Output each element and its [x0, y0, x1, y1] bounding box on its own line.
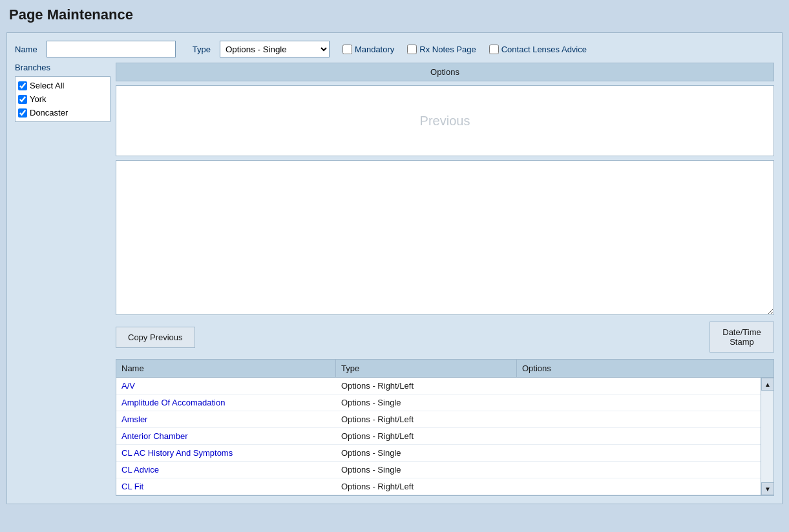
contact-lenses-checkbox-label[interactable]: Contact Lenses Advice	[489, 45, 587, 54]
branch-york-checkbox[interactable]	[18, 95, 27, 104]
records-table: Name Type Options A/V Options - Right/Le…	[116, 359, 774, 496]
previous-text: Previous	[420, 114, 470, 128]
type-select[interactable]: Options - Single Options - Right/Left Te…	[220, 41, 330, 57]
options-header: Options	[116, 63, 774, 81]
cell-type: Options - Single	[336, 462, 517, 478]
cell-name: Amsler	[116, 411, 336, 427]
scroll-down-button[interactable]: ▼	[761, 482, 774, 495]
branch-doncaster[interactable]: Doncaster	[18, 107, 107, 119]
branches-panel: Branches Select All York Doncaster	[15, 63, 110, 192]
table-header-row: Name Type Options	[116, 360, 773, 378]
cell-type: Options - Right/Left	[336, 411, 517, 427]
cell-name: Anterior Chamber	[116, 428, 336, 444]
cell-options	[517, 411, 761, 427]
name-input[interactable]	[47, 41, 176, 57]
table-row[interactable]: CL Fit Options - Right/Left	[116, 478, 761, 495]
table-body-wrapper: A/V Options - Right/Left Amplitude Of Ac…	[116, 378, 773, 495]
cell-options	[517, 378, 761, 394]
mandatory-checkbox-label[interactable]: Mandatory	[342, 45, 394, 54]
rx-notes-checkbox-label[interactable]: Rx Notes Page	[407, 45, 476, 54]
branch-select-all[interactable]: Select All	[18, 79, 107, 92]
cell-type: Options - Right/Left	[336, 428, 517, 444]
right-panel: Options Previous Copy Previous Date/Time…	[116, 63, 774, 496]
page-title: Page Maintenance	[6, 6, 783, 23]
datetime-stamp-button[interactable]: Date/TimeStamp	[710, 322, 774, 353]
contact-lenses-checkbox[interactable]	[489, 45, 499, 54]
copy-previous-button[interactable]: Copy Previous	[116, 327, 195, 348]
name-label: Name	[15, 45, 37, 54]
table-row[interactable]: Anterior Chamber Options - Right/Left	[116, 428, 761, 445]
cell-name: Amplitude Of Accomadation	[116, 394, 336, 411]
cell-type: Options - Single	[336, 394, 517, 411]
scroll-up-button[interactable]: ▲	[761, 378, 774, 391]
cell-options	[517, 462, 761, 478]
table-body: A/V Options - Right/Left Amplitude Of Ac…	[116, 378, 761, 495]
table-header-options: Options	[517, 360, 773, 377]
checkbox-group: Mandatory Rx Notes Page Contact Lenses A…	[342, 45, 589, 54]
branch-select-all-checkbox[interactable]	[18, 81, 27, 90]
mandatory-checkbox[interactable]	[342, 45, 352, 54]
branches-title: Branches	[15, 63, 110, 72]
table-header-type: Type	[336, 360, 517, 377]
type-label: Type	[193, 45, 211, 54]
table-row[interactable]: Amplitude Of Accomadation Options - Sing…	[116, 394, 761, 411]
buttons-row: Copy Previous Date/TimeStamp	[116, 319, 774, 355]
cell-type: Options - Right/Left	[336, 478, 517, 495]
branches-list: Select All York Doncaster	[15, 76, 110, 122]
cell-type: Options - Single	[336, 445, 517, 461]
cell-name: A/V	[116, 378, 336, 394]
scroll-track	[761, 391, 773, 482]
main-container: Name Type Options - Single Options - Rig…	[6, 32, 783, 504]
table-header-name: Name	[116, 360, 336, 377]
table-row[interactable]: A/V Options - Right/Left	[116, 378, 761, 394]
previous-display-box: Previous	[116, 85, 774, 156]
branch-york[interactable]: York	[18, 93, 107, 105]
cell-name: CL AC History And Symptoms	[116, 445, 336, 461]
content-row: Branches Select All York Doncaster Opti	[15, 63, 774, 496]
cell-type: Options - Right/Left	[336, 378, 517, 394]
branch-doncaster-checkbox[interactable]	[18, 108, 27, 118]
table-row[interactable]: CL AC History And Symptoms Options - Sin…	[116, 445, 761, 462]
cell-name: CL Advice	[116, 462, 336, 478]
cell-options	[517, 394, 761, 411]
table-row[interactable]: Amsler Options - Right/Left	[116, 411, 761, 428]
cell-options	[517, 478, 761, 495]
table-scrollbar: ▲ ▼	[761, 378, 773, 495]
table-row[interactable]: CL Advice Options - Single	[116, 462, 761, 478]
rx-notes-checkbox[interactable]	[407, 45, 417, 54]
top-bar: Name Type Options - Single Options - Rig…	[15, 41, 774, 57]
cell-options	[517, 445, 761, 461]
cell-options	[517, 428, 761, 444]
edit-box[interactable]	[116, 160, 774, 315]
cell-name: CL Fit	[116, 478, 336, 495]
